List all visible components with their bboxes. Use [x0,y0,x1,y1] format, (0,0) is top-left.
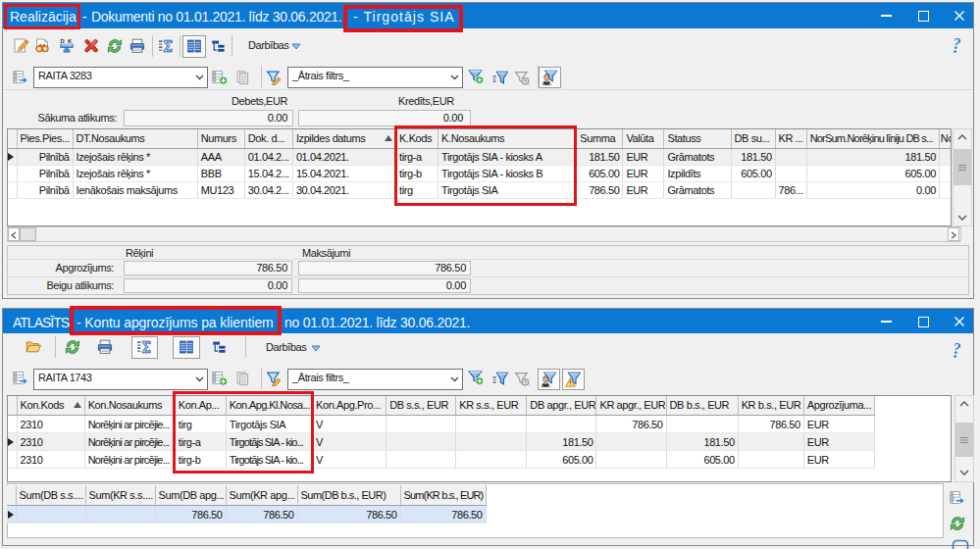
svg-text:K: K [68,38,73,44]
svg-text:?: ? [954,37,961,52]
svg-text:?: ? [954,342,961,357]
svg-text:D: D [61,38,65,44]
